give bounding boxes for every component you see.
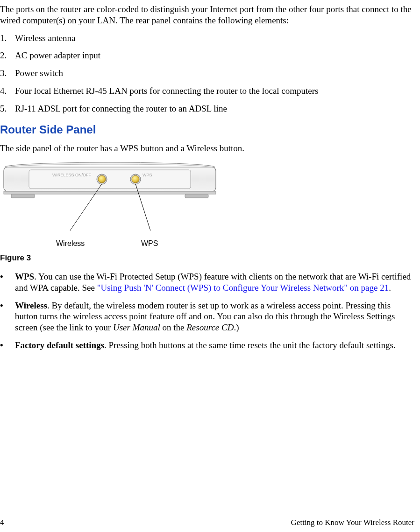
label-wireless-onoff: WIRELESS ON/OFF — [52, 173, 92, 177]
page-number: 4 — [0, 518, 4, 527]
bullet-body: WPS. You can use the Wi-Fi Protected Set… — [15, 271, 414, 294]
list-number: 4. — [0, 85, 15, 97]
list-text: Four local Ethernet RJ-45 LAN ports for … — [15, 85, 319, 97]
content-area: The ports on the router are color-coded … — [0, 0, 414, 351]
list-item: • Wireless. By default, the wireless mod… — [0, 300, 414, 333]
bullet-body: Wireless. By default, the wireless modem… — [15, 300, 414, 333]
list-item: 1. Wireless antenna — [0, 33, 414, 44]
factory-label: Factory default settings — [15, 340, 104, 350]
callout-wireless: Wireless — [56, 239, 85, 248]
wireless-label: Wireless — [15, 301, 47, 310]
bullet-dot: • — [0, 340, 15, 351]
wps-link[interactable]: "Using Push 'N' Connect (WPS) to Configu… — [97, 283, 389, 293]
section-heading: Router Side Panel — [0, 123, 414, 136]
list-item: 3. Power switch — [0, 68, 414, 79]
chapter-title: Getting to Know Your Wireless Router — [291, 518, 414, 527]
wireless-text-b: on the — [160, 322, 186, 332]
list-item: 4. Four local Ethernet RJ-45 LAN ports f… — [0, 85, 414, 97]
page: The ports on the router are color-coded … — [0, 0, 420, 532]
list-number: 5. — [0, 103, 15, 114]
wps-button-icon — [132, 175, 139, 183]
bullet-dot: • — [0, 271, 15, 294]
list-item: 5. RJ-11 ADSL port for connecting the ro… — [0, 103, 414, 114]
user-manual-italic: User Manual — [113, 322, 160, 332]
bullet-body: Factory default settings. Pressing both … — [15, 340, 396, 351]
router-side-illustration: WIRELESS ON/OFF WPS — [0, 161, 220, 238]
svg-rect-8 — [185, 194, 208, 198]
resource-cd-italic: Resource CD — [186, 322, 234, 332]
callout-wps: WPS — [141, 239, 158, 248]
list-item: • WPS. You can use the Wi-Fi Protected S… — [0, 271, 414, 294]
figure-caption: Figure 3 — [0, 253, 414, 263]
side-panel-intro: The side panel of the router has a WPS b… — [0, 143, 414, 154]
list-text: Wireless antenna — [15, 33, 76, 44]
page-footer: 4 Getting to Know Your Wireless Router — [0, 515, 414, 527]
wps-text-b: . — [389, 283, 391, 293]
svg-rect-6 — [4, 191, 216, 194]
rear-panel-list: 1. Wireless antenna 2. AC power adapter … — [0, 33, 414, 114]
list-item: • Factory default settings. Pressing bot… — [0, 340, 414, 351]
feature-bullets: • WPS. You can use the Wi-Fi Protected S… — [0, 271, 414, 351]
intro-paragraph: The ports on the router are color-coded … — [0, 4, 414, 26]
wps-label: WPS — [15, 272, 34, 281]
list-text: AC power adapter input — [15, 50, 100, 61]
list-text: Power switch — [15, 68, 63, 79]
list-number: 2. — [0, 50, 15, 61]
list-text: RJ-11 ADSL port for connecting the route… — [15, 103, 227, 114]
svg-rect-7 — [11, 194, 35, 198]
list-number: 3. — [0, 68, 15, 79]
wireless-text-c: .) — [234, 322, 239, 332]
factory-text: . Pressing both buttons at the same time… — [104, 340, 396, 350]
figure: WIRELESS ON/OFF WPS Wireless WPS — [0, 161, 414, 252]
bullet-dot: • — [0, 300, 15, 333]
list-number: 1. — [0, 33, 15, 44]
label-wps-small: WPS — [142, 173, 152, 177]
figure-callouts: Wireless WPS — [0, 239, 414, 252]
wireless-button-icon — [98, 175, 106, 183]
list-item: 2. AC power adapter input — [0, 50, 414, 61]
